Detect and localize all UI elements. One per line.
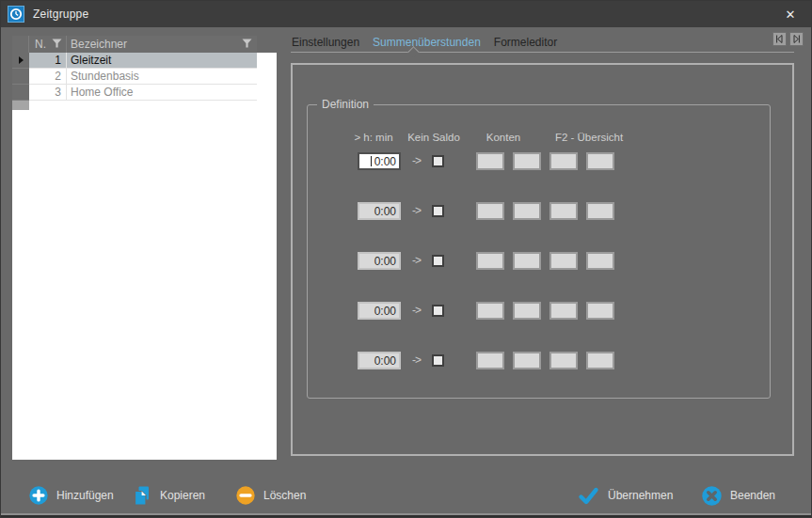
time-threshold-input[interactable]: 0:00 xyxy=(358,152,401,170)
f2-uebersicht-box-1[interactable] xyxy=(549,352,578,369)
definition-row: 0:00 -> xyxy=(308,302,770,320)
konten-box-1[interactable] xyxy=(476,302,504,320)
time-threshold-input[interactable]: 0:00 xyxy=(358,302,401,320)
f2-uebersicht-box-1[interactable] xyxy=(549,202,578,220)
tab-formeleditor[interactable]: Formeleditor xyxy=(494,36,557,49)
definition-groupbox: Definition > h: min Kein Saldo Konten F2… xyxy=(307,104,771,399)
konten-box-1[interactable] xyxy=(476,252,504,270)
delete-button[interactable]: Löschen xyxy=(236,484,306,507)
table-header-row: N. Bezeichner xyxy=(12,36,257,53)
f2-uebersicht-box-2[interactable] xyxy=(586,202,614,220)
f2-uebersicht-box-2[interactable] xyxy=(586,252,614,270)
time-value: 0:00 xyxy=(374,354,396,368)
filter-funnel-icon[interactable] xyxy=(52,38,62,51)
column-header-bezeichner-label: Bezeichner xyxy=(71,38,127,51)
konten-box-2[interactable] xyxy=(513,352,541,369)
row-selector-cell xyxy=(12,53,29,69)
cell-name: Home Office xyxy=(67,85,257,101)
time-value: 0:00 xyxy=(374,255,396,268)
window-bottom-border xyxy=(1,515,811,517)
tab-bar: Einstellungen Summenüberstunden Formeled… xyxy=(292,36,557,49)
konten-box-1[interactable] xyxy=(476,202,504,220)
zeitgruppe-window: Zeitgruppe ✕ N. Bezeichner xyxy=(0,0,812,518)
zeitgruppe-table: N. Bezeichner 1 Gleitzeit 2 Stundenbas xyxy=(12,36,277,460)
kein-saldo-checkbox[interactable] xyxy=(432,255,444,267)
definition-row: 0:00 -> xyxy=(308,152,770,170)
plus-circle-icon xyxy=(29,486,48,505)
row-selector-cell xyxy=(12,85,29,101)
time-threshold-input[interactable]: 0:00 xyxy=(358,202,401,220)
kein-saldo-checkbox[interactable] xyxy=(432,354,444,367)
minus-circle-icon xyxy=(236,486,255,505)
column-header-n-label: N. xyxy=(35,38,46,51)
column-header-bezeichner: Bezeichner xyxy=(67,36,257,53)
header-konten: Konten xyxy=(479,132,528,143)
konten-box-2[interactable] xyxy=(513,152,541,170)
f2-uebersicht-box-2[interactable] xyxy=(586,302,614,320)
header-kein-saldo: Kein Saldo xyxy=(402,132,466,143)
header-h-min: > h: min xyxy=(345,132,402,143)
konten-box-2[interactable] xyxy=(513,202,541,220)
table-row[interactable]: 2 Stundenbasis xyxy=(12,69,257,85)
definition-row: 0:00 -> xyxy=(308,252,770,270)
tab-scroll-left-button[interactable] xyxy=(772,32,787,46)
tab-separator-line xyxy=(291,52,794,53)
kein-saldo-checkbox[interactable] xyxy=(432,205,444,217)
row-selector-cell xyxy=(12,69,29,85)
copy-button[interactable]: Kopieren xyxy=(133,484,205,507)
close-button[interactable]: ✕ xyxy=(775,1,805,27)
delete-button-label: Löschen xyxy=(263,489,306,502)
table-row[interactable]: 3 Home Office xyxy=(12,85,257,101)
time-threshold-input[interactable]: 0:00 xyxy=(358,352,401,369)
titlebar: Zeitgruppe ✕ xyxy=(1,1,811,27)
cell-number: 2 xyxy=(29,69,67,85)
filter-funnel-icon[interactable] xyxy=(242,38,252,51)
f2-uebersicht-box-2[interactable] xyxy=(586,152,614,170)
f2-uebersicht-box-1[interactable] xyxy=(549,302,578,320)
column-header-n: N. xyxy=(29,36,67,53)
time-value: 0:00 xyxy=(374,305,396,318)
kein-saldo-checkbox[interactable] xyxy=(432,305,444,317)
copy-icon xyxy=(133,486,151,506)
apply-button[interactable]: Übernehmen xyxy=(578,484,673,507)
f2-uebersicht-box-1[interactable] xyxy=(549,152,578,170)
arrow-glyph: -> xyxy=(412,353,421,367)
f2-uebersicht-box-2[interactable] xyxy=(586,352,614,369)
arrow-glyph: -> xyxy=(412,254,421,267)
app-clock-icon xyxy=(8,6,24,23)
cell-name: Gleitzeit xyxy=(67,53,257,69)
time-threshold-input[interactable]: 0:00 xyxy=(358,252,401,270)
table-header-corner xyxy=(257,36,277,53)
arrow-glyph: -> xyxy=(412,204,421,217)
add-button[interactable]: Hinzufügen xyxy=(29,484,114,507)
tab-summenueberstunden[interactable]: Summenüberstunden xyxy=(373,36,481,49)
definition-row: 0:00 -> xyxy=(308,352,770,369)
right-arrow-icon xyxy=(791,34,802,44)
header-f2-uebersicht: F2 - Übersicht xyxy=(548,132,630,143)
konten-box-1[interactable] xyxy=(476,352,504,369)
cell-number: 1 xyxy=(29,53,67,69)
tab-scroll-right-button[interactable] xyxy=(789,32,804,46)
arrow-glyph: -> xyxy=(412,154,421,167)
table-row[interactable]: 1 Gleitzeit xyxy=(12,53,257,69)
arrow-glyph: -> xyxy=(412,304,421,317)
time-value: 0:00 xyxy=(374,205,396,218)
text-cursor xyxy=(371,156,372,166)
cell-name: Stundenbasis xyxy=(67,69,257,85)
left-arrow-icon xyxy=(774,34,785,44)
apply-button-label: Übernehmen xyxy=(608,489,673,502)
tab-einstellungen[interactable]: Einstellungen xyxy=(292,36,359,49)
cell-number: 3 xyxy=(29,85,67,101)
konten-box-2[interactable] xyxy=(513,252,541,270)
konten-box-1[interactable] xyxy=(476,152,504,170)
f2-uebersicht-box-1[interactable] xyxy=(549,252,578,270)
konten-box-2[interactable] xyxy=(513,302,541,320)
table-row-indicator-column-header xyxy=(12,36,29,53)
quit-button-label: Beenden xyxy=(730,489,775,502)
window-title: Zeitgruppe xyxy=(33,8,88,21)
check-icon xyxy=(578,486,599,506)
definition-legend: Definition xyxy=(317,99,374,111)
copy-button-label: Kopieren xyxy=(160,489,205,502)
kein-saldo-checkbox[interactable] xyxy=(432,155,444,167)
quit-button[interactable]: Beenden xyxy=(702,484,775,507)
